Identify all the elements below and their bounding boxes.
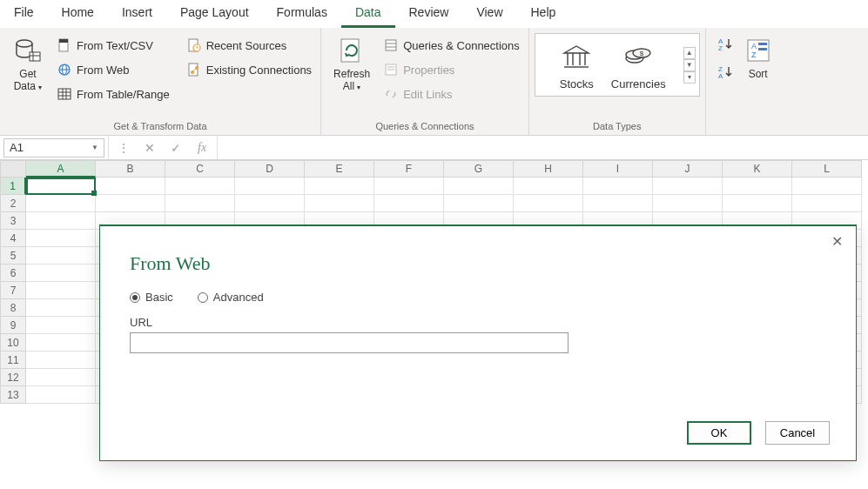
cell-J2[interactable] <box>653 195 723 212</box>
cell-A10[interactable] <box>26 334 96 352</box>
cell-C2[interactable] <box>165 195 235 212</box>
cell-A5[interactable] <box>26 247 96 265</box>
tab-insert[interactable]: Insert <box>108 0 166 28</box>
cell-A11[interactable] <box>26 352 96 369</box>
cell-H1[interactable] <box>514 178 583 195</box>
cell-A4[interactable] <box>26 230 96 247</box>
cell-L2[interactable] <box>792 195 862 212</box>
tab-file[interactable]: File <box>0 0 48 28</box>
row-header-10[interactable]: 10 <box>0 334 26 352</box>
cell-A6[interactable] <box>26 265 96 282</box>
col-header-I[interactable]: I <box>583 160 653 178</box>
cell-A12[interactable] <box>26 369 96 386</box>
gallery-up-button[interactable]: ▲ <box>683 47 696 59</box>
row-header-6[interactable]: 6 <box>0 265 26 282</box>
row-header-8[interactable]: 8 <box>0 299 26 317</box>
cell-C1[interactable] <box>165 178 235 195</box>
tab-data[interactable]: Data <box>341 0 395 28</box>
tab-help[interactable]: Help <box>517 0 570 28</box>
tab-home[interactable]: Home <box>48 0 108 28</box>
url-input[interactable] <box>130 332 569 353</box>
tab-review[interactable]: Review <box>395 0 463 28</box>
recent-sources-button[interactable]: Recent Sources <box>184 37 315 54</box>
cell-D1[interactable] <box>235 178 305 195</box>
formula-input[interactable] <box>218 136 868 159</box>
gallery-down-button[interactable]: ▼ <box>683 59 696 71</box>
row-header-13[interactable]: 13 <box>0 386 26 404</box>
cell-D2[interactable] <box>235 195 305 212</box>
enter-formula-icon[interactable]: ✓ <box>165 141 187 155</box>
cell-K2[interactable] <box>723 195 792 212</box>
tab-formulas[interactable]: Formulas <box>263 0 341 28</box>
cell-F2[interactable] <box>374 195 444 212</box>
cell-A7[interactable] <box>26 282 96 299</box>
cell-F1[interactable] <box>374 178 444 195</box>
cell-I1[interactable] <box>583 178 653 195</box>
sort-desc-icon[interactable]: ZA <box>717 64 734 80</box>
cell-G1[interactable] <box>444 178 514 195</box>
row-header-11[interactable]: 11 <box>0 352 26 369</box>
edit-links-button[interactable]: Edit Links <box>380 85 523 103</box>
tab-view[interactable]: View <box>462 0 516 28</box>
cell-A8[interactable] <box>26 299 96 317</box>
col-header-B[interactable]: B <box>96 160 165 178</box>
col-header-E[interactable]: E <box>305 160 374 178</box>
cell-A13[interactable] <box>26 386 96 404</box>
properties-button[interactable]: Properties <box>380 61 523 78</box>
row-header-1[interactable]: 1 <box>0 178 26 195</box>
from-text-csv-button[interactable]: From Text/CSV <box>54 37 173 54</box>
tab-page-layout[interactable]: Page Layout <box>166 0 263 28</box>
queries-connections-button[interactable]: Queries & Connections <box>380 37 523 54</box>
radio-advanced[interactable]: Advanced <box>198 291 264 304</box>
cancel-button[interactable]: Cancel <box>765 421 830 445</box>
row-header-2[interactable]: 2 <box>0 195 26 212</box>
row-header-3[interactable]: 3 <box>0 212 26 230</box>
row-header-7[interactable]: 7 <box>0 282 26 299</box>
from-web-button[interactable]: From Web <box>54 61 173 78</box>
row-header-12[interactable]: 12 <box>0 369 26 386</box>
cell-J1[interactable] <box>653 178 723 195</box>
col-header-A[interactable]: A <box>26 160 96 178</box>
cell-A3[interactable] <box>26 212 96 230</box>
cell-B2[interactable] <box>96 195 165 212</box>
existing-connections-button[interactable]: Existing Connections <box>184 61 315 78</box>
cell-E2[interactable] <box>305 195 374 212</box>
fx-icon[interactable]: fx <box>191 141 213 155</box>
sort-button[interactable]: AZ Sort <box>739 33 777 80</box>
cell-A1[interactable] <box>26 178 96 195</box>
col-header-F[interactable]: F <box>374 160 444 178</box>
cell-L1[interactable] <box>792 178 862 195</box>
cell-I2[interactable] <box>583 195 653 212</box>
data-types-gallery[interactable]: Stocks $ Currencies ▲ ▼ ▾ <box>535 33 700 97</box>
col-header-J[interactable]: J <box>653 160 723 178</box>
cell-A2[interactable] <box>26 195 96 212</box>
cell-E1[interactable] <box>305 178 374 195</box>
cell-G2[interactable] <box>444 195 514 212</box>
row-header-4[interactable]: 4 <box>0 230 26 247</box>
col-header-D[interactable]: D <box>235 160 305 178</box>
close-icon[interactable]: ✕ <box>828 233 845 250</box>
gallery-more-button[interactable]: ▾ <box>683 71 696 84</box>
row-header-9[interactable]: 9 <box>0 317 26 334</box>
col-header-G[interactable]: G <box>444 160 514 178</box>
stocks-button[interactable]: Stocks <box>560 43 594 90</box>
cell-H2[interactable] <box>514 195 583 212</box>
from-table-range-button[interactable]: From Table/Range <box>54 85 173 103</box>
select-all-corner[interactable] <box>0 160 26 178</box>
cell-K1[interactable] <box>723 178 792 195</box>
currencies-button[interactable]: $ Currencies <box>611 43 666 90</box>
cell-A9[interactable] <box>26 317 96 334</box>
radio-basic[interactable]: Basic <box>130 291 173 304</box>
dropdown-icon[interactable]: ⋮ <box>112 141 135 155</box>
get-data-button[interactable]: Get Data ▾ <box>5 33 50 94</box>
col-header-L[interactable]: L <box>792 160 862 178</box>
col-header-K[interactable]: K <box>723 160 792 178</box>
cell-B1[interactable] <box>96 178 165 195</box>
cancel-formula-icon[interactable]: ✕ <box>138 141 161 155</box>
name-box[interactable]: A1 ▼ <box>3 138 104 157</box>
col-header-H[interactable]: H <box>514 160 583 178</box>
ok-button[interactable]: OK <box>687 421 751 445</box>
col-header-C[interactable]: C <box>165 160 235 178</box>
sort-asc-icon[interactable]: AZ <box>717 37 734 52</box>
row-header-5[interactable]: 5 <box>0 247 26 265</box>
